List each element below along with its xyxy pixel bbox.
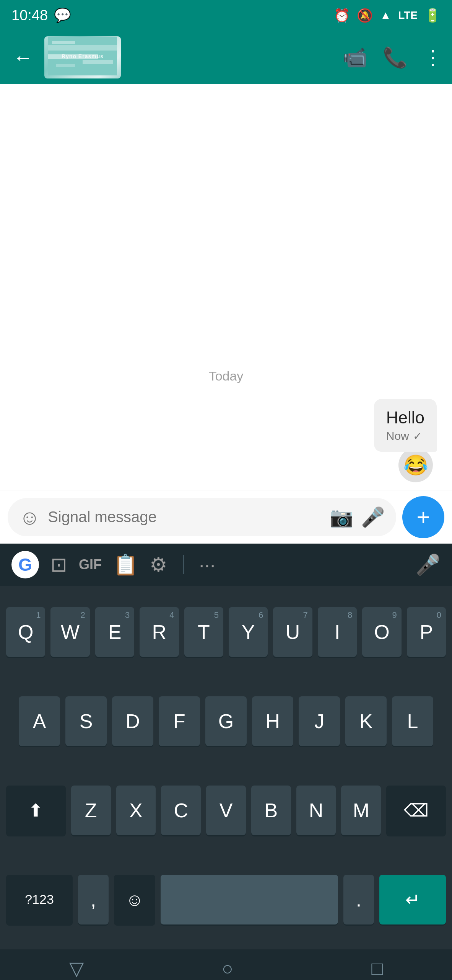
- battery-icon: 🔋: [424, 8, 441, 23]
- key-d[interactable]: D: [112, 696, 153, 746]
- chat-area: Today Hello Now ✓ 😂: [0, 84, 452, 490]
- key-i[interactable]: 8I: [318, 607, 357, 657]
- gif-button[interactable]: GIF: [79, 557, 102, 573]
- svg-rect-5: [56, 64, 75, 67]
- key-w[interactable]: 2W: [50, 607, 89, 657]
- message-bubble: Hello Now ✓: [374, 399, 437, 452]
- nav-home-icon[interactable]: ○: [222, 957, 233, 980]
- key-b[interactable]: B: [251, 786, 291, 835]
- video-call-button[interactable]: 📹: [343, 46, 367, 69]
- key-u[interactable]: 7U: [273, 607, 312, 657]
- key-row-1: 1Q 2W 3E 4R 5T 6Y 7U 8I 9O 0P: [6, 607, 446, 657]
- key-comma[interactable]: ,: [78, 875, 109, 924]
- phone-call-button[interactable]: 📞: [383, 46, 408, 69]
- signal-app-icon: 💬: [54, 7, 71, 23]
- key-f[interactable]: F: [159, 696, 200, 746]
- mic-button[interactable]: 🎤: [361, 506, 385, 528]
- add-attachment-button[interactable]: +: [402, 496, 444, 538]
- delivered-icon: ✓: [413, 430, 422, 443]
- key-q[interactable]: 1Q: [6, 607, 45, 657]
- message-text: Hello: [386, 408, 424, 427]
- lte-icon: LTE: [398, 9, 418, 21]
- emoji-picker-button[interactable]: ☺: [19, 505, 40, 529]
- key-n[interactable]: N: [296, 786, 336, 835]
- svg-rect-1: [48, 45, 117, 51]
- key-s[interactable]: S: [65, 696, 107, 746]
- key-h[interactable]: H: [252, 696, 293, 746]
- key-k[interactable]: K: [345, 696, 387, 746]
- key-l[interactable]: L: [392, 696, 433, 746]
- alarm-icon: ⏰: [334, 8, 350, 23]
- voice-input-button[interactable]: 🎤: [416, 553, 441, 577]
- back-button[interactable]: ←: [9, 42, 37, 73]
- toolbar-divider: [183, 555, 184, 574]
- svg-rect-3: [52, 41, 75, 44]
- mute-icon: 🔕: [357, 8, 373, 23]
- date-divider: Today: [0, 369, 452, 384]
- keyboard-rows: 1Q 2W 3E 4R 5T 6Y 7U 8I 9O 0P A S D F G …: [0, 586, 452, 949]
- message-meta: Now ✓: [386, 430, 424, 443]
- signal-strength-icon: ▲: [380, 9, 391, 22]
- key-v[interactable]: V: [206, 786, 246, 835]
- svg-rect-4: [83, 60, 113, 64]
- key-m[interactable]: M: [341, 786, 381, 835]
- key-emoji[interactable]: ☺: [114, 875, 155, 924]
- app-bar-actions: 📹 📞 ⋮: [343, 46, 443, 69]
- key-a[interactable]: A: [19, 696, 60, 746]
- settings-button[interactable]: ⚙: [150, 553, 167, 576]
- key-row-3: ⬆ Z X C V B N M ⌫: [6, 786, 446, 835]
- keyboard-toolbar: G ⊡ GIF 📋 ⚙ ··· 🎤: [0, 544, 452, 586]
- key-x[interactable]: X: [116, 786, 156, 835]
- key-delete[interactable]: ⌫: [386, 786, 446, 835]
- status-right: ⏰ 🔕 ▲ LTE 🔋: [334, 8, 441, 23]
- key-p[interactable]: 0P: [407, 607, 446, 657]
- key-numbers[interactable]: ?123: [6, 875, 73, 924]
- nav-back-icon[interactable]: ▽: [69, 957, 84, 980]
- contact-avatar[interactable]: Ryno Erasmus: [44, 36, 121, 78]
- nav-bar: ▽ ○ □: [0, 949, 452, 980]
- key-o[interactable]: 9O: [362, 607, 401, 657]
- input-container: ☺ 📷 🎤: [8, 498, 396, 536]
- key-c[interactable]: C: [161, 786, 201, 835]
- message-timestamp: Now: [386, 430, 409, 443]
- key-space[interactable]: [161, 875, 338, 924]
- emoji-reaction[interactable]: 😂: [398, 448, 433, 482]
- key-t[interactable]: 5T: [184, 607, 223, 657]
- more-keyboard-button[interactable]: ···: [199, 553, 215, 576]
- key-e[interactable]: 3E: [95, 607, 134, 657]
- key-enter[interactable]: ↵: [379, 875, 446, 924]
- key-r[interactable]: 4R: [140, 607, 179, 657]
- status-left: 10:48 💬: [11, 7, 71, 24]
- google-button[interactable]: G: [11, 551, 39, 578]
- keyboard: G ⊡ GIF 📋 ⚙ ··· 🎤 1Q 2W 3E 4R 5T 6Y 7U 8…: [0, 544, 452, 949]
- key-j[interactable]: J: [299, 696, 340, 746]
- key-g[interactable]: G: [205, 696, 247, 746]
- key-shift[interactable]: ⬆: [6, 786, 66, 835]
- avatar-text: Ryno Erasmus: [48, 37, 117, 78]
- camera-button[interactable]: 📷: [330, 506, 353, 528]
- message-input-area: ☺ 📷 🎤 +: [0, 490, 452, 544]
- status-bar: 10:48 💬 ⏰ 🔕 ▲ LTE 🔋: [0, 0, 452, 31]
- status-time: 10:48: [11, 7, 48, 24]
- key-period[interactable]: .: [343, 875, 374, 924]
- more-options-button[interactable]: ⋮: [423, 46, 443, 69]
- key-row-4: ?123 , ☺ . ↵: [6, 875, 446, 924]
- app-bar: ← Ryno Erasmus 📹 📞 ⋮: [0, 31, 452, 84]
- clipboard-button[interactable]: 📋: [113, 553, 138, 577]
- key-row-2: A S D F G H J K L: [6, 696, 446, 746]
- svg-text:Ryno Erasmus: Ryno Erasmus: [62, 53, 104, 59]
- key-z[interactable]: Z: [71, 786, 111, 835]
- message-input[interactable]: [48, 508, 322, 526]
- key-y[interactable]: 6Y: [229, 607, 268, 657]
- messages-area: Hello Now ✓ 😂: [0, 399, 452, 482]
- sticker-button[interactable]: ⊡: [50, 553, 67, 576]
- nav-recent-icon[interactable]: □: [371, 957, 383, 980]
